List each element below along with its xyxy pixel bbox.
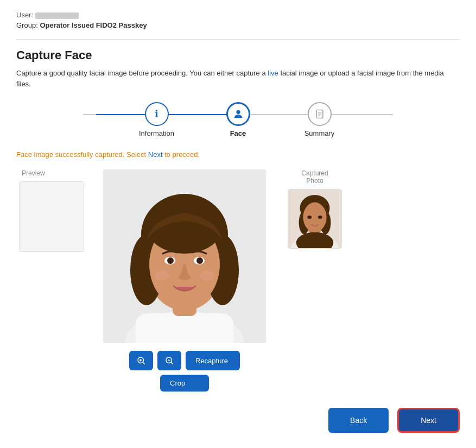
back-button[interactable]: Back (328, 408, 389, 433)
svg-point-16 (167, 257, 174, 264)
content-area: Preview (16, 169, 460, 392)
group-name: Operator Issued FIDO2 Passkey (40, 21, 147, 29)
preview-panel: Preview (16, 169, 87, 252)
desc-link1: live (268, 69, 278, 77)
svg-point-37 (303, 203, 326, 232)
face-icon (232, 108, 244, 120)
main-photo (103, 169, 266, 343)
preview-box (19, 181, 84, 252)
page-description: Capture a good quality facial image befo… (16, 68, 460, 89)
stepper-circle-information: ℹ (145, 102, 169, 126)
svg-line-27 (171, 362, 173, 364)
svg-point-39 (318, 216, 322, 219)
svg-point-18 (154, 270, 169, 280)
stepper-circle-summary (308, 102, 332, 126)
stepper-label-face: Face (230, 129, 246, 137)
svg-point-38 (307, 216, 312, 219)
divider (16, 39, 460, 40)
stepper-label-summary: Summary (304, 129, 335, 137)
stepper-item-information: ℹ Information (116, 102, 198, 137)
captured-panel: CapturedPhoto (282, 169, 347, 249)
success-part1: Face image successfully captured. Select (16, 150, 148, 159)
photo-controls-row2: Crop (160, 375, 209, 392)
captured-label: CapturedPhoto (301, 169, 328, 185)
zoom-in-icon (136, 356, 146, 365)
stepper-circle-face (226, 102, 250, 126)
zoom-in-button[interactable] (129, 351, 153, 370)
desc-part1: Capture a good quality facial image befo… (16, 69, 268, 77)
stepper: ℹ Information Face Summary (16, 102, 460, 137)
success-link: Next (148, 150, 163, 159)
photo-controls: Recapture (129, 351, 240, 370)
user-label: User: (16, 11, 33, 19)
footer-actions: Back Next (16, 408, 460, 433)
svg-rect-7 (136, 313, 233, 343)
stepper-item-summary: Summary (279, 102, 360, 137)
user-info-row: User: (16, 11, 460, 19)
svg-point-19 (200, 270, 215, 280)
group-info-row: Group: Operator Issued FIDO2 Passkey (16, 21, 460, 29)
information-icon: ℹ (155, 108, 158, 120)
next-button[interactable]: Next (397, 408, 460, 433)
success-part2: to proceed. (163, 150, 200, 159)
zoom-out-button[interactable] (157, 351, 181, 370)
summary-icon (314, 109, 325, 119)
page-title: Capture Face (16, 48, 460, 62)
svg-point-17 (196, 257, 203, 264)
main-photo-area: Recapture Crop (98, 169, 271, 392)
face-photo-svg (103, 169, 266, 343)
group-label: Group: (16, 21, 38, 29)
success-message: Face image successfully captured. Select… (16, 150, 460, 159)
captured-thumb (288, 189, 342, 249)
recapture-button[interactable]: Recapture (186, 351, 240, 370)
crop-button[interactable]: Crop (160, 375, 209, 392)
stepper-item-face: Face (198, 102, 279, 137)
preview-label: Preview (22, 169, 45, 177)
stepper-label-information: Information (139, 129, 174, 137)
captured-thumb-svg (288, 189, 341, 249)
svg-line-24 (143, 362, 145, 364)
zoom-out-icon (164, 356, 174, 365)
user-redacted (35, 12, 79, 19)
svg-point-0 (236, 110, 240, 114)
